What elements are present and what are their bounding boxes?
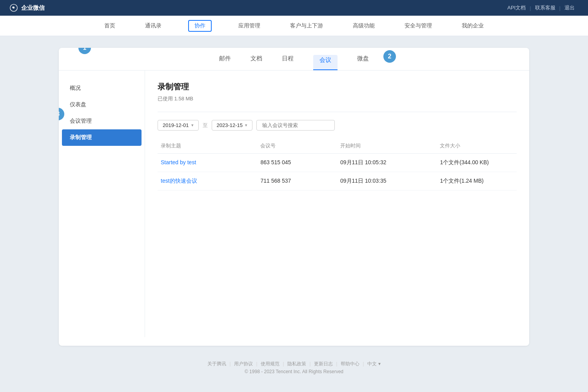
page-title: 录制管理 xyxy=(158,82,517,92)
nav-customers[interactable]: 客户与上下游 xyxy=(287,21,326,31)
sidebar-item-recording-mgmt[interactable]: 录制管理 xyxy=(62,129,142,146)
col-header-start-time: 开始时间 xyxy=(337,142,437,149)
footer-changelog[interactable]: 更新日志 xyxy=(314,361,333,367)
table-header: 录制主题 会议号 开始时间 文件大小 xyxy=(158,138,517,154)
footer-terms[interactable]: 使用规范 xyxy=(261,361,279,367)
search-input[interactable] xyxy=(256,120,335,131)
end-date-value: 2023-12-15 xyxy=(217,122,243,128)
top-bar: 企业微信 API文档 | 联系客服 | 退出 xyxy=(0,0,588,16)
footer-privacy[interactable]: 隐私政策 xyxy=(287,361,306,367)
footer-copyright: © 1998 - 2023 Tencent Inc. All Rights Re… xyxy=(0,369,588,374)
api-docs-link[interactable]: API文档 xyxy=(503,4,530,11)
main-content: 录制管理 已使用 1.58 MB 2019-12-01 ▾ 至 2023-12-… xyxy=(145,71,529,337)
nav-advanced[interactable]: 高级功能 xyxy=(350,21,378,31)
row1-file-size: 1个文件(344.00 KB) xyxy=(437,159,517,166)
footer-links: 关于腾讯 ｜ 用户协议 ｜ 使用规范 ｜ 隐私政策 ｜ 更新日志 ｜ 帮助中心 … xyxy=(0,361,588,367)
sub-nav-wrapper: 邮件 文档 日程 会议 微盘 1 2 xyxy=(59,48,529,71)
tab-drive[interactable]: 微盘 xyxy=(357,55,369,70)
nav-apps[interactable]: 应用管理 xyxy=(235,21,263,31)
row2-start-time: 09月11日 10:03:35 xyxy=(337,178,437,185)
sidebar-item-dashboard[interactable]: 仪表盘 xyxy=(59,96,145,113)
footer-language[interactable]: 中文 ▾ xyxy=(367,361,380,367)
date-separator: 至 xyxy=(203,122,208,129)
row1-start-time: 09月11日 10:05:32 xyxy=(337,159,437,166)
row2-file-size: 1个文件(1.24 MB) xyxy=(437,178,517,185)
table-row: test的快速会议 711 568 537 09月11日 10:03:35 1个… xyxy=(158,172,517,191)
nav-contacts[interactable]: 通讯录 xyxy=(142,21,165,31)
nav-collaborate[interactable]: 协作 xyxy=(188,20,212,32)
footer: 关于腾讯 ｜ 用户协议 ｜ 使用规范 ｜ 隐私政策 ｜ 更新日志 ｜ 帮助中心 … xyxy=(0,354,588,378)
logo-text: 企业微信 xyxy=(21,4,45,12)
nav-enterprise[interactable]: 我的企业 xyxy=(459,21,487,31)
main-card: 邮件 文档 日程 会议 微盘 1 2 3 概况 仪表盘 会议管理 录制管理 xyxy=(59,48,529,346)
row2-topic[interactable]: test的快速会议 xyxy=(158,178,257,185)
col-header-file-size: 文件大小 xyxy=(437,142,517,149)
table-row: Started by test 863 515 045 09月11日 10:05… xyxy=(158,154,517,172)
footer-user-agreement[interactable]: 用户协议 xyxy=(234,361,253,367)
main-nav: 首页 通讯录 协作 应用管理 客户与上下游 高级功能 安全与管理 我的企业 xyxy=(0,16,588,36)
tab-mail[interactable]: 邮件 xyxy=(219,55,231,70)
logo: 企业微信 xyxy=(9,4,45,12)
logo-icon xyxy=(9,4,18,12)
col-header-meeting-id: 会议号 xyxy=(257,142,337,149)
filter-row: 2019-12-01 ▾ 至 2023-12-15 ▾ xyxy=(158,120,517,131)
col-header-topic: 录制主题 xyxy=(158,142,257,149)
footer-about[interactable]: 关于腾讯 xyxy=(207,361,226,367)
sidebar-item-overview[interactable]: 概况 xyxy=(59,80,145,96)
tab-calendar[interactable]: 日程 xyxy=(282,55,294,70)
start-date-value: 2019-12-01 xyxy=(163,122,189,128)
sidebar-item-meeting-mgmt[interactable]: 会议管理 xyxy=(59,113,145,129)
sub-nav: 邮件 文档 日程 会议 微盘 xyxy=(59,48,529,71)
support-link[interactable]: 联系客服 xyxy=(531,4,559,11)
end-date-select[interactable]: 2023-12-15 ▾ xyxy=(212,120,253,131)
annotation-badge-2: 2 xyxy=(383,50,396,63)
usage-info: 已使用 1.58 MB xyxy=(158,95,517,102)
top-bar-right: API文档 | 联系客服 | 退出 xyxy=(503,4,579,11)
row1-meeting-id: 863 515 045 xyxy=(257,159,337,166)
content-area: 邮件 文档 日程 会议 微盘 1 2 3 概况 仪表盘 会议管理 录制管理 xyxy=(0,36,588,354)
nav-security[interactable]: 安全与管理 xyxy=(401,21,435,31)
start-date-select[interactable]: 2019-12-01 ▾ xyxy=(158,120,199,131)
inner-layout: 3 概况 仪表盘 会议管理 录制管理 录制管理 已使用 1.58 MB 2019… xyxy=(59,71,529,337)
row1-topic[interactable]: Started by test xyxy=(158,159,257,166)
row2-meeting-id: 711 568 537 xyxy=(257,178,337,185)
footer-help[interactable]: 帮助中心 xyxy=(341,361,359,367)
sidebar: 3 概况 仪表盘 会议管理 录制管理 xyxy=(59,71,145,337)
start-date-arrow: ▾ xyxy=(191,123,194,128)
logout-link[interactable]: 退出 xyxy=(561,4,579,11)
divider-line xyxy=(158,112,517,112)
tab-docs[interactable]: 文档 xyxy=(250,55,262,70)
end-date-arrow: ▾ xyxy=(245,123,247,128)
nav-home[interactable]: 首页 xyxy=(101,21,118,31)
tab-meeting[interactable]: 会议 xyxy=(313,55,338,70)
